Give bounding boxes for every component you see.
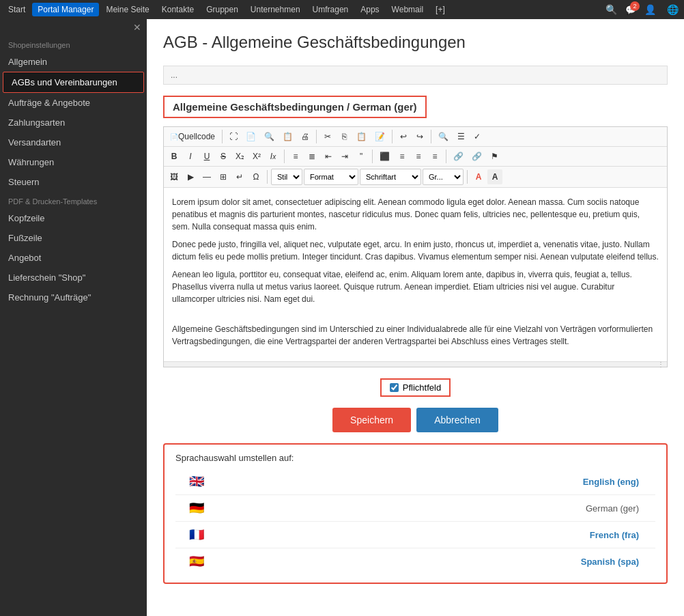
editor-para2: Donec pede justo, fringilla vel, aliquet… (172, 238, 659, 263)
toolbar-fullscreen-btn[interactable]: ⛶ (226, 129, 241, 144)
language-label: Allgemeine Geschäftsbedingungen / German… (163, 96, 427, 118)
toolbar-align-left-btn[interactable]: ⬛ (376, 149, 393, 164)
toolbar-unlink-btn[interactable]: 🔗 (468, 149, 485, 164)
toolbar-blockquote-btn[interactable]: " (354, 149, 369, 164)
format-select[interactable]: Format (304, 169, 358, 185)
toolbar-unorderedlist-btn[interactable]: ≣ (304, 149, 319, 164)
nav-portal-manager[interactable]: Portal Manager (32, 3, 99, 16)
editor-toolbar-row3: 🖼 ▶ — ⊞ ↵ Ω Stil Format Schriftart Gr... (164, 167, 667, 188)
toolbar-paste-btn[interactable]: 📋 (353, 129, 370, 144)
user-icon[interactable]: 👤 (642, 3, 659, 16)
toolbar-media-btn[interactable]: ▶ (183, 169, 198, 184)
lang-label-spa: Spanish (spa) (581, 557, 644, 567)
toolbar-new-btn[interactable]: 📄 (242, 129, 259, 144)
lang-label-ger: German (ger) (586, 503, 644, 514)
toolbar-spell-btn[interactable]: ✓ (470, 129, 485, 144)
lang-row-eng[interactable]: 🇬🇧 English (eng) (175, 468, 655, 495)
sidebar-close-button[interactable]: ✕ (0, 19, 147, 36)
sidebar-item-lieferschein[interactable]: Lieferschein "Shop" (0, 268, 147, 288)
sidebar-item-waehrungen[interactable]: Währungen (0, 152, 147, 172)
toolbar-special-btn[interactable]: Ω (248, 169, 263, 184)
font-select[interactable]: Schriftart (360, 169, 421, 185)
toolbar-underline-btn[interactable]: U (199, 149, 214, 164)
nav-apps[interactable]: Apps (355, 3, 384, 16)
toolbar-sep7 (446, 150, 446, 163)
toolbar-quellcode-btn[interactable]: 📄 Quellcode (167, 129, 218, 144)
flag-icon-ger: 🇩🇪 (186, 501, 207, 516)
notification-bell[interactable]: 💬 2 (625, 5, 636, 15)
pflichtfeld-checkbox[interactable] (390, 383, 399, 392)
nav-kontakte[interactable]: Kontakte (156, 3, 199, 16)
nav-meine-seite[interactable]: Meine Seite (100, 3, 154, 16)
save-button[interactable]: Speichern (332, 408, 411, 432)
main-layout: ✕ Shopeinstellungen Allgemein AGBs und V… (0, 19, 684, 616)
sidebar-item-kopfzeile[interactable]: Kopfzeile (0, 208, 147, 228)
sidebar-item-fusszeile[interactable]: Fußzeile (0, 228, 147, 248)
notification-count: 2 (630, 1, 640, 11)
toolbar-undo-btn[interactable]: ↩ (396, 129, 411, 144)
cancel-button[interactable]: Abbrechen (416, 408, 498, 432)
toolbar-hr-btn[interactable]: — (199, 169, 214, 184)
nav-start[interactable]: Start (3, 3, 31, 16)
sidebar-item-rechnung[interactable]: Rechnung "Aufträge" (0, 288, 147, 307)
pflichtfeld-label[interactable]: Pflichtfeld (380, 378, 451, 397)
toolbar-strike-btn[interactable]: S (216, 149, 231, 164)
toolbar-removeformat-btn[interactable]: Ix (266, 149, 281, 164)
toolbar-select-btn[interactable]: ☰ (453, 129, 468, 144)
toolbar-print-btn[interactable]: 🖨 (298, 129, 313, 144)
toolbar-indent-btn[interactable]: ⇥ (337, 149, 352, 164)
toolbar-break-btn[interactable]: ↵ (232, 169, 247, 184)
main-content-area: AGB - Allgemeine Geschäftsbedingungen ..… (147, 19, 684, 616)
quellcode-label: Quellcode (178, 132, 215, 141)
language-label-text: Allgemeine Geschäftsbedingungen / German… (173, 101, 417, 113)
editor-content[interactable]: Lorem ipsum dolor sit amet, consectetuer… (164, 188, 667, 361)
toolbar-italic-btn[interactable]: I (183, 149, 198, 164)
toolbar-sep6 (372, 150, 373, 163)
sidebar-item-versandarten[interactable]: Versandarten (0, 132, 147, 152)
sidebar-item-allgemein[interactable]: Allgemein (0, 52, 147, 72)
toolbar-superscript-btn[interactable]: X² (249, 149, 264, 164)
toolbar-orderedlist-btn[interactable]: ≡ (288, 149, 303, 164)
nav-more[interactable]: [+] (430, 3, 451, 16)
toolbar-redo-btn[interactable]: ↪ (412, 129, 427, 144)
toolbar-bgcolor-btn[interactable]: A (487, 169, 502, 184)
lang-row-ger[interactable]: 🇩🇪 German (ger) (175, 495, 655, 522)
top-nav-right: 🔍 💬 2 👤 🌐 (603, 3, 681, 16)
toolbar-bold-btn[interactable]: B (167, 149, 182, 164)
toolbar-align-center-btn[interactable]: ≡ (395, 149, 410, 164)
toolbar-align-justify-btn[interactable]: ≡ (427, 149, 442, 164)
nav-gruppen[interactable]: Gruppen (201, 3, 244, 16)
toolbar-copy-btn[interactable]: ⎘ (337, 129, 352, 144)
toolbar-link-btn[interactable]: 🔗 (450, 149, 467, 164)
nav-unternehmen[interactable]: Unternehmen (245, 3, 306, 16)
lang-row-spa[interactable]: 🇪🇸 Spanish (spa) (175, 548, 655, 574)
toolbar-template-btn[interactable]: 📋 (279, 129, 296, 144)
style-select[interactable]: Stil (271, 169, 302, 185)
toolbar-outdent-btn[interactable]: ⇤ (321, 149, 336, 164)
toolbar-preview-btn[interactable]: 🔍 (261, 129, 278, 144)
sidebar-item-steuern[interactable]: Steuern (0, 172, 147, 192)
top-navigation: Start Portal Manager Meine Seite Kontakt… (0, 0, 684, 19)
lang-row-fra[interactable]: 🇫🇷 French (fra) (175, 522, 655, 548)
toolbar-table-btn[interactable]: ⊞ (216, 169, 231, 184)
size-select[interactable]: Gr... (423, 169, 464, 185)
globe-icon[interactable]: 🌐 (664, 3, 681, 16)
editor-toolbar-row1: 📄 Quellcode ⛶ 📄 🔍 📋 🖨 ✂ ⎘ 📋 📝 ↩ ↪ 🔍 (164, 127, 667, 147)
toolbar-image-btn[interactable]: 🖼 (167, 169, 182, 184)
sidebar-item-agbs[interactable]: AGBs und Vereinbarungen (3, 72, 144, 93)
toolbar-sep2 (316, 130, 317, 143)
toolbar-paste-text-btn[interactable]: 📝 (371, 129, 388, 144)
toolbar-cut-btn[interactable]: ✂ (320, 129, 335, 144)
sidebar-item-angebot[interactable]: Angebot (0, 248, 147, 268)
toolbar-fontcolor-btn[interactable]: A (471, 169, 486, 184)
nav-umfragen[interactable]: Umfragen (307, 3, 354, 16)
toolbar-subscript-btn[interactable]: X₂ (232, 149, 248, 164)
editor-resize-handle[interactable]: ⋮ (164, 361, 667, 367)
nav-webmail[interactable]: Webmail (386, 3, 429, 16)
sidebar-item-zahlungsarten[interactable]: Zahlungsarten (0, 113, 147, 132)
sidebar-item-auftraege[interactable]: Aufträge & Angebote (0, 93, 147, 113)
search-icon[interactable]: 🔍 (603, 3, 620, 16)
toolbar-find-btn[interactable]: 🔍 (435, 129, 452, 144)
toolbar-align-right-btn[interactable]: ≡ (411, 149, 426, 164)
toolbar-anchor-btn[interactable]: ⚑ (487, 149, 502, 164)
